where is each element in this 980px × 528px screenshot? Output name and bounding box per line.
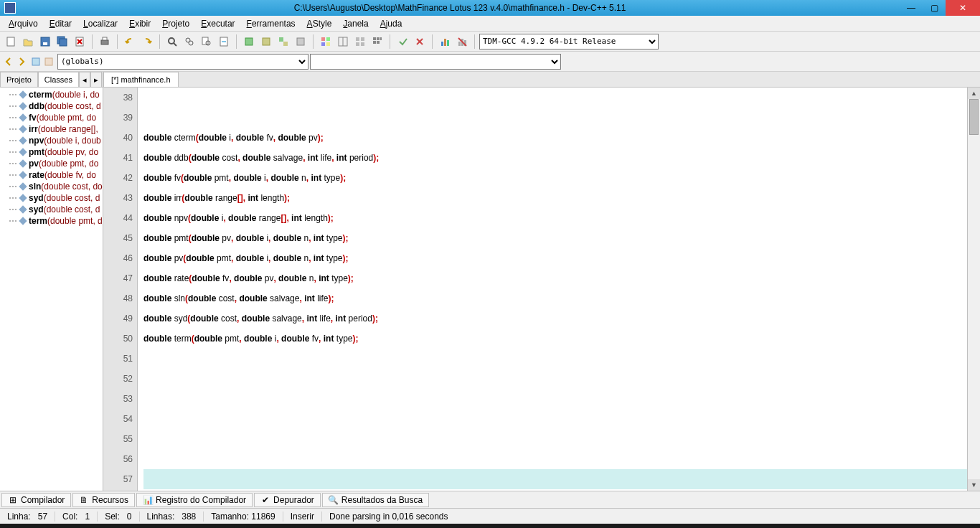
class-tree-item-pmt[interactable]: ⋯pmt (double pv, do [0, 146, 103, 158]
menu-ajuda[interactable]: Ajuda [374, 17, 408, 30]
code-line[interactable] [143, 389, 967, 409]
class-tree-item-cterm[interactable]: ⋯cterm (double i, do [0, 89, 103, 100]
class-tree-item-npv[interactable]: ⋯npv (double i, doub [0, 135, 103, 146]
code-line[interactable] [143, 469, 967, 489]
open-file-button[interactable] [20, 34, 36, 50]
svg-rect-47 [32, 58, 39, 65]
code-line[interactable] [143, 429, 967, 449]
toolbar-separator [390, 34, 390, 49]
code-line[interactable] [143, 409, 967, 429]
tab-projeto[interactable]: Projeto [0, 72, 38, 87]
class-tree-item-fv[interactable]: ⋯fv (double pmt, do [0, 112, 103, 123]
class-tree-item-syd[interactable]: ⋯syd (double cost, d [0, 204, 103, 215]
code-line[interactable]: double pv(double pmt, double i, double n… [143, 248, 967, 268]
undo-button[interactable] [122, 34, 138, 50]
code-editor[interactable]: 3839404142434445464748495051525354555657… [103, 88, 980, 491]
code-line[interactable]: double pmt(double pv, double i, double n… [143, 228, 967, 248]
toggle-bookmark-button[interactable] [318, 34, 334, 50]
menu-janela[interactable]: Janela [337, 17, 374, 30]
code-line[interactable]: double npv(double i, double range[], int… [143, 208, 967, 228]
class-tree-item-pv[interactable]: ⋯pv (double pmt, do [0, 158, 103, 169]
goto-line-button[interactable] [216, 34, 232, 50]
scroll-up-arrow[interactable]: ▲ [968, 88, 980, 99]
compile-button[interactable] [241, 34, 257, 50]
back-button[interactable] [3, 56, 14, 67]
svg-rect-8 [101, 40, 108, 44]
stop-button[interactable] [412, 34, 428, 50]
debug-button[interactable] [395, 34, 410, 50]
code-line[interactable]: double sln(double cost, double salvage, … [143, 288, 967, 308]
menu-editar[interactable]: Editar [44, 17, 77, 30]
code-line[interactable]: double term(double pmt, double i, double… [143, 329, 967, 349]
bottom-tab-resultados-da-busca[interactable]: 🔍Resultados da Busca [322, 493, 429, 507]
class-tree-item-irr[interactable]: ⋯irr (double range[], [0, 123, 103, 135]
menu-astyle[interactable]: AStyle [301, 17, 338, 30]
svg-rect-26 [326, 42, 330, 46]
menu-exibir[interactable]: Exibir [123, 17, 156, 30]
code-line[interactable]: double fv(double pmt, double i, double n… [143, 168, 967, 188]
menu-arquivo[interactable]: Arquivo [3, 17, 44, 30]
status-size: Tamanho: 11869 [204, 512, 283, 522]
toolbar-separator [92, 34, 93, 49]
class-tree-item-syd[interactable]: ⋯syd (double cost, d [0, 192, 103, 204]
menu-projeto[interactable]: Projeto [156, 17, 195, 30]
code-line[interactable]: double rate(double fv, double pv, double… [143, 268, 967, 288]
scope-select[interactable]: (globals) [57, 54, 308, 70]
code-line[interactable] [143, 349, 967, 369]
bottom-tab-registro-do-compilador[interactable]: 📊Registro do Compilador [136, 493, 253, 507]
scrollbar-thumb[interactable] [969, 99, 979, 135]
code-line[interactable]: double ddb(double cost, double salvage, … [143, 148, 967, 168]
bottom-tab-compilador[interactable]: ⊞Compilador [1, 493, 71, 507]
tab-icon: ✔ [260, 495, 270, 505]
window-list-button[interactable] [352, 34, 368, 50]
compile-run-button[interactable] [275, 34, 291, 50]
class-tree[interactable]: ⋯cterm (double i, do⋯ddb (double cost, d… [0, 88, 103, 491]
code-line[interactable] [143, 369, 967, 389]
member-select[interactable] [310, 54, 561, 70]
class-tree-item-term[interactable]: ⋯term (double pmt, d [0, 215, 103, 227]
insert-button[interactable] [30, 56, 42, 67]
class-tree-item-rate[interactable]: ⋯rate (double fv, do [0, 169, 103, 181]
code-line[interactable] [143, 449, 967, 469]
code-line[interactable]: double cterm(double i, double fv, double… [143, 128, 967, 148]
code-line[interactable]: double syd(double cost, double salvage, … [143, 308, 967, 329]
scroll-down-arrow[interactable]: ▼ [968, 479, 980, 491]
tab-nav-right[interactable]: ▸ [90, 72, 102, 87]
close-button[interactable]: ✕ [946, 0, 980, 16]
close-file-button[interactable] [72, 34, 88, 50]
replace-button[interactable] [182, 34, 197, 50]
class-tree-item-sln[interactable]: ⋯sln (double cost, do [0, 181, 103, 192]
find-button[interactable] [164, 34, 180, 50]
code-line[interactable] [143, 88, 967, 108]
toggle-button[interactable] [43, 56, 55, 67]
menu-executar[interactable]: Executar [195, 17, 240, 30]
tab-classes[interactable]: Classes [38, 72, 79, 87]
forward-button[interactable] [16, 56, 27, 67]
maximize-button[interactable]: ▢ [923, 0, 946, 16]
save-button[interactable] [37, 34, 53, 50]
bottom-tab-recursos[interactable]: 🗎Recursos [72, 493, 135, 507]
menu-ferramentas[interactable]: Ferramentas [241, 17, 301, 30]
find-in-files-button[interactable] [199, 34, 215, 50]
redo-button[interactable] [139, 34, 155, 50]
grid-button[interactable] [369, 34, 385, 50]
new-file-button[interactable] [3, 34, 19, 50]
bottom-tab-depurador[interactable]: ✔Depurador [254, 493, 321, 507]
minimize-button[interactable]: — [900, 0, 923, 16]
code-line[interactable]: double irr(double range[], int length); [143, 188, 967, 208]
print-button[interactable] [97, 34, 113, 50]
class-tree-item-ddb[interactable]: ⋯ddb (double cost, d [0, 100, 103, 112]
rebuild-button[interactable] [293, 34, 308, 50]
profile-button[interactable] [437, 34, 453, 50]
vertical-scrollbar[interactable]: ▲ ▼ [967, 88, 980, 491]
code-area[interactable]: double cterm(double i, double fv, double… [138, 88, 967, 491]
goto-bookmark-button[interactable] [335, 34, 351, 50]
remove-profile-button[interactable] [454, 34, 470, 50]
editor-tab-mathfinance[interactable]: [*] mathfinance.h [103, 72, 179, 87]
run-button[interactable] [258, 34, 274, 50]
save-all-button[interactable] [55, 34, 70, 50]
code-line[interactable] [143, 108, 967, 128]
menu-localizar[interactable]: Localizar [77, 17, 123, 30]
compiler-select[interactable]: TDM-GCC 4.9.2 64-bit Release [479, 34, 659, 50]
tab-nav-left[interactable]: ◂ [79, 72, 90, 87]
